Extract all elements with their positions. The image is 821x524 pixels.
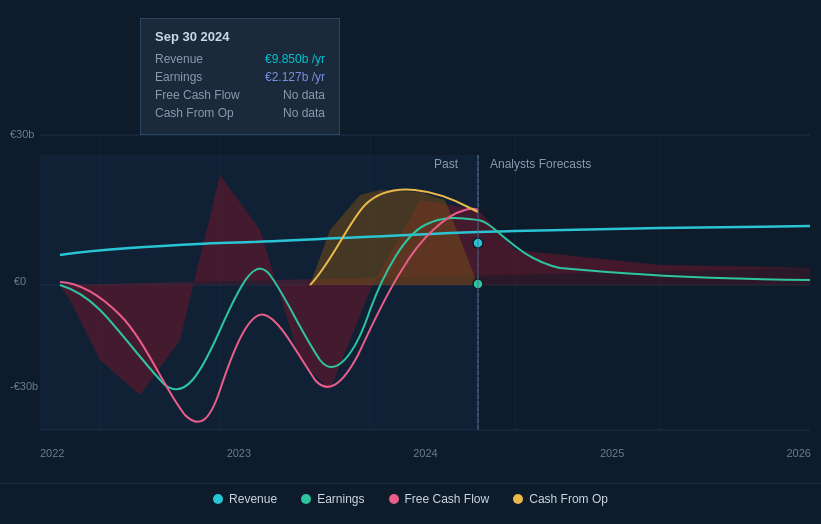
tooltip-date: Sep 30 2024 xyxy=(155,29,325,44)
chart-legend: Revenue Earnings Free Cash Flow Cash Fro… xyxy=(0,483,821,514)
tooltip-row-cfo: Cash From Op No data xyxy=(155,106,325,120)
legend-label-revenue: Revenue xyxy=(229,492,277,506)
tooltip-value-revenue: €9.850b /yr xyxy=(265,52,325,66)
legend-item-cfo[interactable]: Cash From Op xyxy=(513,492,608,506)
tooltip-label-earnings: Earnings xyxy=(155,70,202,84)
tooltip-row-earnings: Earnings €2.127b /yr xyxy=(155,70,325,84)
legend-label-cfo: Cash From Op xyxy=(529,492,608,506)
tooltip-value-cfo: No data xyxy=(283,106,325,120)
legend-dot-fcf xyxy=(389,494,399,504)
y-label-bot: -€30b xyxy=(10,380,38,392)
tooltip-label-cfo: Cash From Op xyxy=(155,106,234,120)
y-label-top: €30b xyxy=(10,128,34,140)
chart-tooltip: Sep 30 2024 Revenue €9.850b /yr Earnings… xyxy=(140,18,340,135)
legend-label-earnings: Earnings xyxy=(317,492,364,506)
legend-item-earnings[interactable]: Earnings xyxy=(301,492,364,506)
x-label-2023: 2023 xyxy=(227,447,251,459)
legend-item-fcf[interactable]: Free Cash Flow xyxy=(389,492,490,506)
tooltip-row-fcf: Free Cash Flow No data xyxy=(155,88,325,102)
chart-area: Past Analysts Forecasts €30b €0 -€30b xyxy=(0,0,821,464)
chart-container: Sep 30 2024 Revenue €9.850b /yr Earnings… xyxy=(0,0,821,524)
legend-label-fcf: Free Cash Flow xyxy=(405,492,490,506)
tooltip-value-fcf: No data xyxy=(283,88,325,102)
y-label-mid: €0 xyxy=(14,275,26,287)
x-label-2025: 2025 xyxy=(600,447,624,459)
chart-svg: Past Analysts Forecasts xyxy=(0,0,821,464)
tooltip-label-fcf: Free Cash Flow xyxy=(155,88,240,102)
legend-dot-earnings xyxy=(301,494,311,504)
tooltip-row-revenue: Revenue €9.850b /yr xyxy=(155,52,325,66)
x-label-2022: 2022 xyxy=(40,447,64,459)
legend-dot-revenue xyxy=(213,494,223,504)
svg-text:Past: Past xyxy=(434,157,459,171)
legend-item-revenue[interactable]: Revenue xyxy=(213,492,277,506)
x-label-2026: 2026 xyxy=(787,447,811,459)
tooltip-value-earnings: €2.127b /yr xyxy=(265,70,325,84)
svg-text:Analysts Forecasts: Analysts Forecasts xyxy=(490,157,591,171)
legend-dot-cfo xyxy=(513,494,523,504)
tooltip-label-revenue: Revenue xyxy=(155,52,203,66)
x-axis-labels: 2022 2023 2024 2025 2026 xyxy=(40,447,811,459)
x-label-2024: 2024 xyxy=(413,447,437,459)
